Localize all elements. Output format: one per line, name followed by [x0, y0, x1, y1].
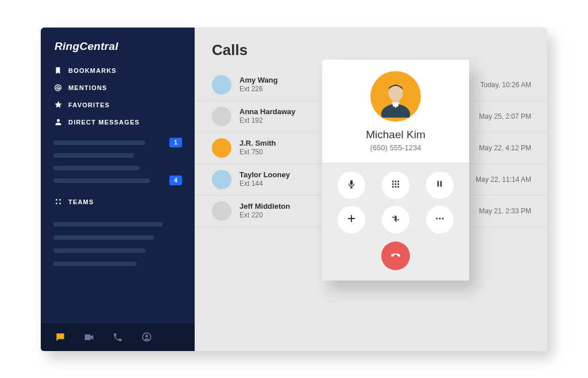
team-placeholder[interactable]	[53, 235, 154, 240]
svg-point-24	[439, 217, 440, 219]
video-icon[interactable]	[83, 332, 95, 343]
call-name: Jeff Middleton	[239, 202, 290, 211]
svg-rect-18	[392, 186, 394, 188]
svg-rect-11	[350, 180, 353, 185]
call-extension: Ext 750	[239, 148, 276, 157]
avatar	[212, 107, 231, 126]
sidebar-item-label: DIRECT MESSAGES	[68, 119, 140, 126]
call-extension: Ext 220	[239, 211, 290, 220]
sidebar-nav: BOOKMARKS MENTIONS FAVORITES DIRECT MESS…	[41, 62, 195, 131]
dm-placeholder	[53, 153, 134, 158]
mute-button[interactable]	[338, 172, 365, 199]
svg-rect-19	[395, 186, 397, 188]
dm-placeholder	[53, 141, 145, 145]
svg-point-7	[145, 335, 148, 338]
team-placeholder[interactable]	[53, 222, 163, 227]
svg-rect-17	[397, 183, 399, 185]
call-time: May 22, 4:12 PM	[479, 144, 531, 152]
dialpad-button[interactable]	[382, 172, 409, 199]
hold-icon	[435, 180, 444, 190]
phone-icon[interactable]	[112, 332, 123, 343]
svg-point-25	[442, 217, 443, 219]
svg-rect-14	[397, 181, 399, 182]
sidebar-item-label: TEAMS	[68, 198, 94, 205]
add-call-button[interactable]	[338, 206, 365, 233]
avatar	[212, 170, 231, 189]
svg-rect-15	[392, 183, 394, 185]
sidebar-item-bookmarks[interactable]: BOOKMARKS	[53, 62, 182, 79]
sidebar-item-label: FAVORITES	[68, 102, 110, 108]
sidebar-item-mentions[interactable]: MENTIONS	[53, 79, 182, 96]
svg-point-5	[59, 202, 61, 204]
sidebar-item-favorites[interactable]: FAVORITES	[53, 96, 182, 114]
caller-avatar	[370, 71, 421, 122]
call-time: May 25, 2:07 PM	[479, 112, 531, 120]
team-placeholder[interactable]	[53, 262, 137, 266]
hold-button[interactable]	[426, 172, 454, 199]
avatar	[212, 75, 231, 95]
call-name: Anna Hardaway	[239, 107, 296, 116]
sidebar-item-direct-messages[interactable]: DIRECT MESSAGES	[53, 114, 182, 131]
call-card-header: Michael Kim (650) 555-1234	[322, 60, 469, 162]
call-extension: Ext 192	[239, 116, 296, 125]
contacts-icon[interactable]	[141, 332, 152, 343]
svg-rect-22	[440, 181, 442, 187]
call-time: May 21, 2:33 PM	[479, 207, 531, 215]
svg-rect-16	[395, 183, 397, 185]
svg-point-4	[56, 202, 57, 204]
transfer-button[interactable]	[382, 206, 409, 233]
direct-message-item[interactable]	[53, 162, 182, 174]
caller-name: Michael Kim	[366, 128, 425, 141]
hangup-row	[322, 238, 469, 280]
app-window: RingCentral BOOKMARKS MENTIONS FAVORITES	[41, 28, 547, 351]
call-extension: Ext 144	[239, 180, 290, 188]
svg-rect-12	[392, 181, 394, 182]
bottom-bar	[41, 324, 195, 351]
teams-icon	[53, 197, 63, 206]
call-extension: Ext 226	[239, 85, 278, 93]
call-name: Amy Wang	[239, 76, 278, 85]
add-icon	[346, 213, 357, 226]
unread-badge: 4	[169, 176, 182, 185]
svg-point-2	[56, 199, 57, 201]
call-time: Today, 10:26 AM	[481, 81, 532, 89]
call-time: May 22, 11:14 AM	[475, 176, 531, 184]
svg-rect-13	[395, 181, 397, 182]
star-icon	[53, 100, 63, 110]
unread-badge: 1	[169, 138, 182, 147]
sidebar-item-teams[interactable]: TEAMS	[41, 187, 195, 211]
sidebar-item-label: MENTIONS	[68, 84, 107, 91]
direct-message-item[interactable]: 1	[53, 137, 182, 149]
hangup-button[interactable]	[381, 241, 410, 270]
bookmark-icon	[53, 66, 63, 75]
caller-phone: (650) 555-1234	[370, 143, 421, 152]
team-list	[41, 211, 195, 275]
dialpad-icon	[391, 180, 400, 191]
call-name: J.R. Smith	[239, 139, 276, 148]
svg-point-23	[436, 217, 438, 219]
svg-rect-21	[438, 181, 439, 187]
more-icon	[435, 213, 445, 226]
direct-message-list: 1 4	[41, 131, 195, 187]
brand-logo: RingCentral	[41, 40, 195, 62]
sidebar-item-label: BOOKMARKS	[68, 67, 117, 74]
svg-rect-20	[397, 186, 399, 188]
at-icon	[53, 83, 63, 92]
direct-message-item[interactable]: 4	[53, 174, 182, 187]
more-button[interactable]	[426, 206, 454, 233]
hangup-icon	[389, 248, 403, 264]
transfer-icon	[390, 213, 401, 226]
active-call-card: Michael Kim (650) 555-1234	[322, 60, 469, 280]
sidebar: RingCentral BOOKMARKS MENTIONS FAVORITES	[41, 28, 195, 351]
mute-icon	[346, 179, 357, 192]
dm-placeholder	[53, 178, 150, 183]
dm-placeholder	[53, 166, 140, 170]
direct-message-item[interactable]	[53, 149, 182, 162]
call-controls	[322, 162, 469, 238]
team-placeholder[interactable]	[53, 248, 145, 253]
call-name: Taylor Looney	[239, 170, 290, 180]
person-icon	[53, 118, 63, 127]
avatar	[212, 138, 231, 158]
main-panel: Calls Amy Wang Ext 226 Today, 10:26 AM A…	[195, 28, 547, 351]
chat-icon[interactable]	[55, 332, 66, 343]
